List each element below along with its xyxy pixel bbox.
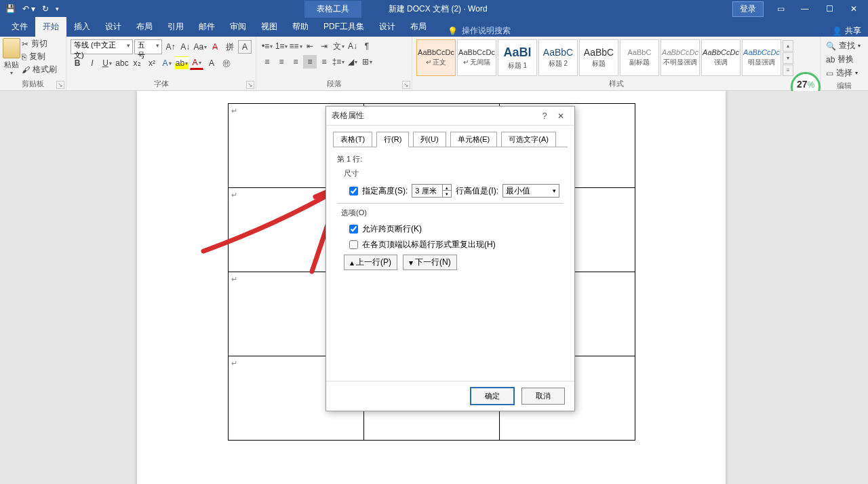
justify-button[interactable]: ≡ (303, 55, 317, 69)
format-painter-button[interactable]: 🖌格式刷 (22, 64, 57, 75)
dialog-tab-alttext[interactable]: 可选文字(A) (501, 132, 556, 147)
dialog-close-icon[interactable]: ✕ (553, 111, 569, 121)
share-button[interactable]: 👤 共享 (832, 25, 861, 37)
ok-button[interactable]: 确定 (470, 387, 515, 405)
dialog-tabs: 表格(T) 行(R) 列(U) 单元格(E) 可选文字(A) (326, 126, 574, 147)
ribbon-options-icon[interactable]: ▭ (769, 2, 792, 16)
asian-layout-button[interactable]: 文 (332, 39, 345, 53)
tab-mail[interactable]: 邮件 (191, 17, 222, 37)
scissors-icon: ✂ (22, 39, 28, 49)
decrease-indent-button[interactable]: ⇤ (303, 39, 317, 53)
align-center-button[interactable]: ≡ (275, 55, 288, 69)
undo-icon[interactable]: ↶ ▾ (22, 4, 35, 14)
tab-insert[interactable]: 插入 (66, 17, 98, 37)
repeat-header-checkbox[interactable] (349, 240, 358, 249)
numbering-button[interactable]: 1≡ (275, 39, 288, 53)
phonetic-guide-button[interactable]: 拼 (223, 40, 237, 54)
style-heading2[interactable]: AaBbC标题 2 (538, 39, 578, 76)
tab-home[interactable]: 开始 (35, 17, 66, 37)
options-section-label: 选项(O) (341, 208, 564, 218)
spin-up-icon[interactable]: ▴ (443, 185, 451, 191)
style-subtle-emphasis[interactable]: AaBbCcDc不明显强调 (660, 39, 700, 76)
minimize-icon[interactable]: — (793, 2, 816, 16)
row-height-type-select[interactable]: 最小值▾ (502, 184, 559, 198)
tab-view[interactable]: 视图 (254, 17, 285, 37)
show-marks-button[interactable]: ¶ (360, 39, 374, 53)
styles-scrollbar[interactable]: ▴▾≡ (783, 40, 793, 76)
tab-layout[interactable]: 布局 (129, 17, 160, 37)
redo-icon[interactable]: ↻ (42, 4, 49, 14)
italic-button[interactable]: I (85, 56, 99, 70)
underline-button[interactable]: U (100, 56, 114, 70)
borders-button[interactable]: ⊞ (360, 55, 374, 69)
char-shading-button[interactable]: A (205, 56, 218, 70)
maximize-icon[interactable]: ☐ (818, 2, 841, 16)
spin-down-icon[interactable]: ▾ (443, 191, 451, 197)
style-heading1[interactable]: AaBl标题 1 (498, 39, 537, 76)
height-spinbox[interactable]: ▴▾ (412, 184, 452, 198)
distributed-button[interactable]: ≡ (317, 55, 331, 69)
grow-font-button[interactable]: A↑ (163, 40, 177, 54)
find-button[interactable]: 🔍查找▾ (825, 39, 864, 52)
style-no-spacing[interactable]: AaBbCcDc↵ 无间隔 (457, 39, 496, 76)
dialog-tab-table[interactable]: 表格(T) (333, 132, 372, 147)
multilevel-list-button[interactable]: ≡≡ (289, 39, 302, 53)
strikethrough-button[interactable]: abc (115, 56, 129, 70)
height-input[interactable] (412, 185, 442, 197)
allow-break-checkbox[interactable] (349, 225, 358, 234)
tab-help[interactable]: 帮助 (285, 17, 316, 37)
tab-table-layout[interactable]: 布局 (403, 17, 434, 37)
close-icon[interactable]: ✕ (842, 2, 865, 16)
replace-button[interactable]: ab替换 (825, 53, 864, 66)
tab-table-design[interactable]: 设计 (372, 17, 403, 37)
specify-height-checkbox[interactable] (349, 187, 358, 196)
style-emphasis[interactable]: AaBbCcDc强调 (701, 39, 741, 76)
previous-row-button[interactable]: ▴上一行(P) (344, 255, 397, 270)
repeat-header-label: 在各页顶端以标题行形式重复出现(H) (362, 239, 496, 250)
line-spacing-button[interactable]: ‡≡ (332, 55, 345, 69)
dialog-tab-cell[interactable]: 单元格(E) (450, 132, 498, 147)
font-color-button[interactable]: A (190, 56, 203, 70)
align-left-button[interactable]: ≡ (260, 55, 274, 69)
tell-me-search[interactable]: 💡 操作说明搜索 (448, 25, 511, 37)
font-dialog-launcher[interactable]: ↘ (246, 81, 254, 89)
tab-pdf-tools[interactable]: PDF工具集 (316, 17, 372, 37)
highlight-button[interactable]: ab (175, 56, 189, 70)
font-name-select[interactable]: 等线 (中文正文) (71, 39, 133, 54)
dialog-tab-row[interactable]: 行(R) (376, 132, 409, 147)
select-button[interactable]: ▭选择▾ (825, 67, 864, 79)
font-size-select[interactable]: 五号 (134, 39, 163, 54)
shrink-font-button[interactable]: A↓ (178, 40, 192, 54)
tab-review[interactable]: 审阅 (222, 17, 254, 37)
next-row-button[interactable]: ▾下一行(N) (403, 255, 457, 270)
tab-design[interactable]: 设计 (98, 17, 129, 37)
sort-button[interactable]: A↓ (346, 39, 359, 53)
shading-button[interactable]: ◢ (346, 55, 359, 69)
tab-file[interactable]: 文件 (4, 17, 35, 37)
style-normal[interactable]: AaBbCcDc↵ 正文 (416, 39, 456, 76)
change-case-button[interactable]: Aa (193, 40, 207, 54)
copy-button[interactable]: ⎘复制 (22, 51, 57, 62)
enclose-char-button[interactable]: ㊕ (220, 56, 233, 70)
dialog-help-icon[interactable]: ? (536, 111, 553, 121)
increase-indent-button[interactable]: ⇥ (317, 39, 331, 53)
text-effects-button[interactable]: A (160, 56, 174, 70)
superscript-button[interactable]: x² (145, 56, 159, 70)
dialog-tab-column[interactable]: 列(U) (413, 132, 446, 147)
style-subtitle[interactable]: AaBbC副标题 (620, 39, 659, 76)
align-right-button[interactable]: ≡ (289, 55, 302, 69)
char-border-button[interactable]: A (238, 40, 252, 54)
paragraph-dialog-launcher[interactable]: ↘ (402, 81, 410, 89)
tab-references[interactable]: 引用 (160, 17, 191, 37)
style-intense-emphasis[interactable]: AaBbCcDc明显强调 (742, 39, 781, 76)
cut-button[interactable]: ✂剪切 (22, 38, 57, 50)
bullets-button[interactable]: •≡ (260, 39, 274, 53)
paste-button[interactable]: 粘贴 ▾ (3, 38, 20, 76)
style-title[interactable]: AaBbC标题 (579, 39, 618, 76)
clipboard-dialog-launcher[interactable]: ↘ (56, 81, 64, 89)
clear-format-button[interactable]: A̶ (208, 40, 222, 54)
cancel-button[interactable]: 取消 (521, 388, 565, 405)
save-icon[interactable]: 💾 (5, 4, 16, 14)
login-button[interactable]: 登录 (732, 1, 764, 17)
paste-dropdown-icon[interactable]: ▾ (10, 70, 13, 76)
